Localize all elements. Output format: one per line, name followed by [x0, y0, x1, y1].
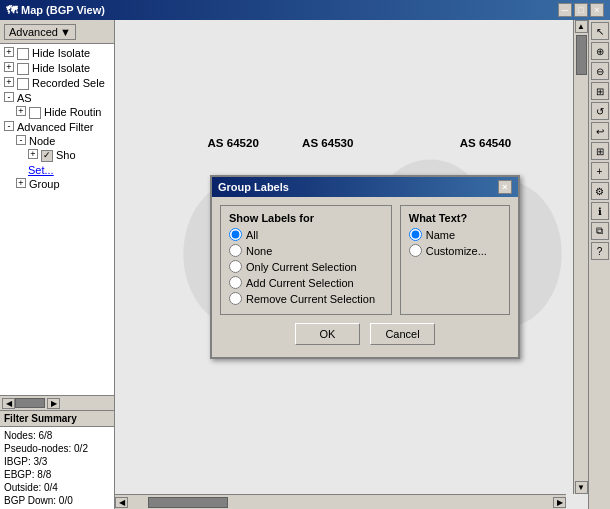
dialog-row: Show Labels for All None Only Current Se… [220, 205, 510, 315]
horizontal-scrollbar[interactable]: ◀ ▶ [115, 494, 566, 509]
refresh-button[interactable]: ↺ [591, 102, 609, 120]
scroll-thumb[interactable] [15, 398, 45, 408]
tree-item-hide-isolate-1[interactable]: + Hide Isolate [2, 46, 112, 61]
radio-remove-input[interactable] [229, 292, 242, 305]
set-link[interactable]: Set... [28, 164, 54, 176]
expand-icon-node[interactable]: - [16, 135, 26, 145]
radio-name-input[interactable] [409, 228, 422, 241]
tree-item-recorded-sel[interactable]: + Recorded Sele [2, 76, 112, 91]
info-button[interactable]: ℹ [591, 202, 609, 220]
radio-none-input[interactable] [229, 244, 242, 257]
radio-customize[interactable]: Customize... [409, 244, 501, 257]
map-area[interactable]: AS 64520 AS 64530 AS 64540 [115, 20, 588, 509]
tree-item-group[interactable]: + Group [14, 177, 112, 191]
scroll-right-btn[interactable]: ▶ [47, 398, 60, 409]
expand-icon-2[interactable]: + [4, 62, 14, 72]
checkbox-hide-routing[interactable] [29, 107, 41, 119]
vertical-scrollbar[interactable]: ▲ ▼ [573, 20, 588, 494]
zoom-in-button[interactable]: ⊕ [591, 42, 609, 60]
scroll-down-btn[interactable]: ▼ [575, 481, 588, 494]
radio-only-label: Only Current Selection [246, 261, 357, 273]
minimize-button[interactable]: ─ [558, 3, 572, 17]
sidebar-toolbar: Advanced ▼ [0, 20, 114, 44]
expand-icon[interactable]: + [4, 47, 14, 57]
select-tool-button[interactable]: ↖ [591, 22, 609, 40]
tree-item-advanced-filter[interactable]: - Advanced Filter [2, 120, 112, 134]
add-button[interactable]: + [591, 162, 609, 180]
advanced-dropdown[interactable]: Advanced ▼ [4, 24, 76, 40]
zoom-out-button[interactable]: ⊖ [591, 62, 609, 80]
stat-ibgp: IBGP: 3/3 [4, 455, 110, 468]
filter-summary-title: Filter Summary [0, 411, 114, 427]
maximize-button[interactable]: □ [574, 3, 588, 17]
expand-icon-as[interactable]: - [4, 92, 14, 102]
dialog-title-text: Group Labels [218, 181, 289, 193]
ok-button[interactable]: OK [295, 323, 360, 345]
stat-ebgp: EBGP: 8/8 [4, 468, 110, 481]
main-container: Advanced ▼ + Hide Isolate + Hide Isolate… [0, 20, 610, 509]
radio-none-label: None [246, 245, 272, 257]
scroll-up-btn[interactable]: ▲ [575, 20, 588, 33]
expand-icon-group[interactable]: + [16, 178, 26, 188]
dialog-buttons: OK Cancel [220, 315, 510, 349]
sidebar: Advanced ▼ + Hide Isolate + Hide Isolate… [0, 20, 115, 509]
tree-item-set[interactable]: Set... [26, 163, 112, 177]
radio-all[interactable]: All [229, 228, 383, 241]
tree-item-as[interactable]: - AS [2, 91, 112, 105]
hide-isolate-1-label: Hide Isolate [32, 47, 90, 59]
expand-icon-recorded[interactable]: + [4, 77, 14, 87]
chevron-down-icon: ▼ [60, 26, 71, 38]
radio-name-label: Name [426, 229, 455, 241]
sidebar-scrollbar[interactable]: ◀ ▶ [0, 395, 114, 410]
tree-item-hide-routing[interactable]: + Hide Routin [14, 105, 112, 120]
radio-add-input[interactable] [229, 276, 242, 289]
svg-text:AS 64540: AS 64540 [460, 137, 511, 149]
radio-name[interactable]: Name [409, 228, 501, 241]
dialog-close-button[interactable]: × [498, 180, 512, 194]
cancel-button[interactable]: Cancel [370, 323, 435, 345]
h-scroll-thumb[interactable] [148, 497, 228, 508]
svg-text:AS 64530: AS 64530 [302, 137, 353, 149]
fit-button[interactable]: ⊞ [591, 82, 609, 100]
expand-icon-show[interactable]: + [28, 149, 38, 159]
radio-remove-label: Remove Current Selection [246, 293, 375, 305]
tree-item-show[interactable]: + Sho [26, 148, 112, 163]
radio-only-input[interactable] [229, 260, 242, 273]
undo-button[interactable]: ↩ [591, 122, 609, 140]
radio-all-input[interactable] [229, 228, 242, 241]
filter-stats: Nodes: 6/8 Pseudo-nodes: 0/2 IBGP: 3/3 E… [0, 427, 114, 509]
radio-remove-current[interactable]: Remove Current Selection [229, 292, 383, 305]
radio-add-label: Add Current Selection [246, 277, 354, 289]
v-scroll-thumb[interactable] [576, 35, 587, 75]
hide-isolate-2-label: Hide Isolate [32, 62, 90, 74]
settings-button[interactable]: ⚙ [591, 182, 609, 200]
link-button[interactable]: ⧉ [591, 222, 609, 240]
right-toolbar: ↖ ⊕ ⊖ ⊞ ↺ ↩ ⊞ + ⚙ ℹ ⧉ ? [588, 20, 610, 509]
help-button[interactable]: ? [591, 242, 609, 260]
close-button[interactable]: × [590, 3, 604, 17]
radio-customize-input[interactable] [409, 244, 422, 257]
svg-text:AS 64520: AS 64520 [207, 137, 258, 149]
radio-none[interactable]: None [229, 244, 383, 257]
title-bar: 🗺 Map (BGP View) ─ □ × [0, 0, 610, 20]
radio-add-current[interactable]: Add Current Selection [229, 276, 383, 289]
recorded-sel-label: Recorded Sele [32, 77, 105, 89]
what-text-group: What Text? Name Customize... [400, 205, 510, 315]
tree-item-node[interactable]: - Node [14, 134, 112, 148]
expand-icon-routing[interactable]: + [16, 106, 26, 116]
tree-item-hide-isolate-2[interactable]: + Hide Isolate [2, 61, 112, 76]
hide-routing-label: Hide Routin [44, 106, 101, 118]
checkbox-recorded[interactable] [17, 78, 29, 90]
show-labels-title: Show Labels for [229, 212, 383, 224]
show-labels-group: Show Labels for All None Only Current Se… [220, 205, 392, 315]
h-scroll-right-btn[interactable]: ▶ [553, 497, 566, 508]
checkbox-show[interactable] [41, 150, 53, 162]
checkbox-hide-isolate-2[interactable] [17, 63, 29, 75]
show-label: Sho [56, 149, 76, 161]
radio-only-current[interactable]: Only Current Selection [229, 260, 383, 273]
h-scroll-left-btn[interactable]: ◀ [115, 497, 128, 508]
scroll-left-btn[interactable]: ◀ [2, 398, 15, 409]
checkbox-hide-isolate-1[interactable] [17, 48, 29, 60]
grid-button[interactable]: ⊞ [591, 142, 609, 160]
expand-icon-adv[interactable]: - [4, 121, 14, 131]
